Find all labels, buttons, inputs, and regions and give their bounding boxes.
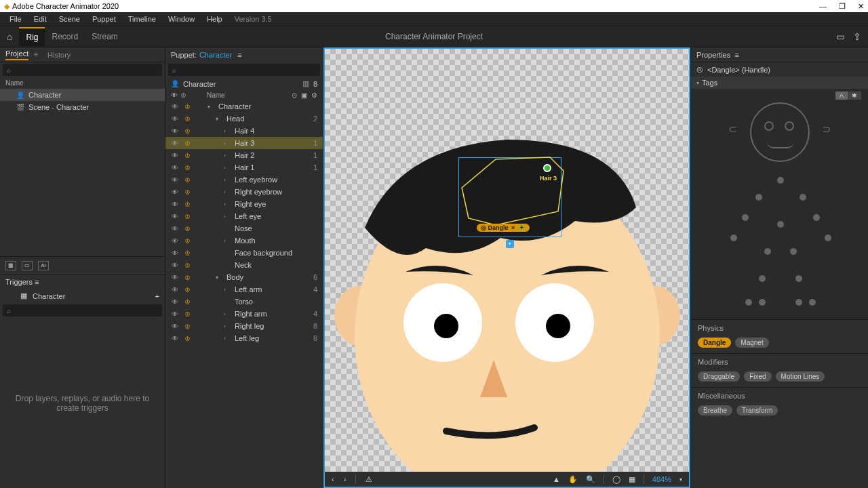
puppet-menu-icon[interactable]: ≡ bbox=[237, 51, 241, 59]
visibility-icon[interactable]: 👁 bbox=[171, 188, 179, 196]
menu-scene[interactable]: Scene bbox=[54, 14, 85, 24]
menu-edit[interactable]: Edit bbox=[28, 14, 52, 24]
tab-project[interactable]: Project bbox=[5, 49, 28, 60]
pan-tool[interactable]: ✋ bbox=[568, 475, 578, 484]
tag-motion-lines[interactable]: Motion Lines bbox=[776, 371, 825, 382]
layer-row[interactable]: 👁♔›Right eyebrow bbox=[165, 186, 323, 198]
crown-icon[interactable]: ♔ bbox=[183, 201, 191, 208]
visibility-icon[interactable]: 👁 bbox=[171, 140, 179, 147]
ab-toggle[interactable]: A ✱ bbox=[835, 92, 861, 100]
caret-icon[interactable]: › bbox=[224, 238, 231, 244]
minimize-button[interactable]: — bbox=[819, 2, 827, 11]
crown-icon[interactable]: ♔ bbox=[183, 225, 191, 232]
layer-row[interactable]: 👁♔›Right arm4 bbox=[165, 308, 323, 320]
prev-icon[interactable]: ‹ bbox=[332, 475, 334, 483]
crown-icon[interactable]: ♔ bbox=[183, 152, 191, 159]
character-row[interactable]: 👤 Character ▥ 8 bbox=[165, 77, 323, 90]
face-diagram[interactable]: A ✱ ⊂ ⊃ bbox=[691, 89, 868, 319]
chat-icon[interactable]: ▭ bbox=[836, 31, 845, 42]
layer-row[interactable]: 👁♔›Mouth bbox=[165, 235, 323, 247]
layer-row[interactable]: 👁♔›Hair 31 bbox=[165, 137, 323, 149]
crown-icon[interactable]: ♔ bbox=[183, 115, 191, 123]
visibility-icon[interactable]: 👁 bbox=[171, 152, 179, 159]
tags-header[interactable]: ▾ Tags bbox=[691, 77, 868, 89]
caret-icon[interactable]: › bbox=[224, 165, 231, 171]
crown-icon[interactable]: ♔ bbox=[183, 249, 191, 257]
visibility-icon[interactable]: 👁 bbox=[171, 249, 179, 257]
layer-row[interactable]: 👁♔Face background bbox=[165, 247, 323, 259]
crown-icon[interactable]: ♔ bbox=[183, 274, 191, 281]
layer-row[interactable]: 👁♔Torso bbox=[165, 296, 323, 308]
home-icon[interactable]: ⌂ bbox=[7, 31, 12, 42]
crown-icon[interactable]: ♔ bbox=[183, 286, 191, 293]
trigger-item[interactable]: ▦ Character + bbox=[0, 289, 165, 303]
visibility-icon[interactable]: 👁 bbox=[171, 164, 179, 171]
project-item-scene[interactable]: 🎬 Scene - Character bbox=[0, 101, 165, 113]
visibility-icon[interactable]: 👁 bbox=[171, 323, 179, 330]
toggle-b[interactable]: ✱ bbox=[848, 92, 861, 100]
menu-puppet[interactable]: Puppet bbox=[87, 14, 121, 24]
crown-icon[interactable]: ♔ bbox=[183, 164, 191, 171]
mode-stream[interactable]: Stream bbox=[85, 28, 125, 45]
crown-icon[interactable]: ♔ bbox=[183, 310, 191, 318]
visibility-icon[interactable]: 👁 bbox=[171, 298, 179, 306]
wrench-icon[interactable]: ⚙ bbox=[311, 92, 317, 99]
crown-icon[interactable]: ♔ bbox=[183, 188, 191, 196]
puppet-header-name[interactable]: Character bbox=[199, 51, 232, 59]
project-search[interactable]: ⌕ bbox=[3, 64, 162, 76]
visibility-icon[interactable]: 👁 bbox=[171, 335, 179, 342]
crown-icon[interactable]: ♔ bbox=[183, 103, 191, 110]
layer-row[interactable]: 👁♔▾Character bbox=[165, 100, 323, 113]
crown-icon[interactable]: ♔ bbox=[183, 176, 191, 184]
tag-fixed[interactable]: Fixed bbox=[744, 371, 771, 382]
project-item-character[interactable]: 👤 Character bbox=[0, 89, 165, 101]
close-button[interactable]: ✕ bbox=[858, 2, 864, 11]
layer-row[interactable]: 👁♔▾Body6 bbox=[165, 271, 323, 283]
visibility-icon[interactable]: 👁 bbox=[171, 103, 179, 110]
menu-help[interactable]: Help bbox=[201, 14, 228, 24]
camera-icon[interactable]: ▣ bbox=[301, 92, 307, 99]
caret-icon[interactable]: › bbox=[224, 287, 231, 293]
visibility-icon[interactable]: 👁 bbox=[171, 262, 179, 269]
panel-menu-icon[interactable]: ≡ bbox=[34, 51, 38, 58]
layer-row[interactable]: 👁♔›Hair 21 bbox=[165, 149, 323, 161]
layer-row[interactable]: 👁♔›Right eye bbox=[165, 198, 323, 210]
canvas[interactable]: Hair 3 ◎ Dangle × + + bbox=[325, 49, 689, 472]
visibility-icon[interactable]: 👁 bbox=[171, 274, 179, 281]
visibility-icon[interactable]: 👁 bbox=[171, 225, 179, 232]
visibility-icon[interactable]: 👁 bbox=[171, 310, 179, 318]
layer-row[interactable]: 👁♔Neck bbox=[165, 259, 323, 271]
caret-icon[interactable]: › bbox=[224, 336, 231, 342]
crown-icon[interactable]: ♔ bbox=[183, 298, 191, 306]
tag-draggable[interactable]: Draggable bbox=[698, 371, 740, 382]
tab-history[interactable]: History bbox=[47, 51, 71, 59]
tag-dangle[interactable]: Dangle bbox=[698, 338, 731, 348]
caret-icon[interactable]: › bbox=[224, 214, 231, 220]
triggers-search[interactable]: ⌕ bbox=[3, 304, 162, 317]
add-handle-button[interactable]: + bbox=[506, 240, 514, 248]
mode-rig[interactable]: Rig bbox=[19, 27, 45, 46]
dangle-handle-label[interactable]: ◎ Dangle × + bbox=[477, 224, 530, 232]
layer-row[interactable]: 👁♔›Hair 4 bbox=[165, 125, 323, 137]
visibility-icon[interactable]: 👁 bbox=[171, 127, 179, 135]
caret-icon[interactable]: › bbox=[224, 311, 231, 317]
caret-icon[interactable]: › bbox=[224, 140, 231, 146]
crown-icon[interactable]: ♔ bbox=[183, 237, 191, 245]
caret-icon[interactable]: ▾ bbox=[208, 104, 214, 110]
tool-icon-2[interactable]: ▭ bbox=[22, 261, 33, 270]
layer-row[interactable]: 👁♔›Left leg8 bbox=[165, 332, 323, 344]
properties-menu-icon[interactable]: ≡ bbox=[734, 51, 738, 59]
caret-icon[interactable]: › bbox=[224, 201, 231, 207]
zoom-tool[interactable]: 🔍 bbox=[586, 475, 595, 484]
crown-icon[interactable]: ♔ bbox=[183, 323, 191, 330]
visibility-icon[interactable]: 👁 bbox=[171, 286, 179, 293]
maximize-button[interactable]: ❐ bbox=[839, 2, 846, 11]
caret-icon[interactable]: ▾ bbox=[216, 116, 222, 122]
layer-row[interactable]: 👁♔›Left eyebrow bbox=[165, 174, 323, 186]
visibility-icon[interactable]: 👁 bbox=[171, 201, 179, 208]
visibility-icon[interactable]: 👁 bbox=[171, 237, 179, 245]
caret-icon[interactable]: › bbox=[224, 177, 231, 183]
zoom-level[interactable]: 464% bbox=[652, 475, 671, 483]
crown-icon[interactable]: ♔ bbox=[183, 262, 191, 269]
tool-icon-ai[interactable]: AI bbox=[38, 261, 49, 270]
